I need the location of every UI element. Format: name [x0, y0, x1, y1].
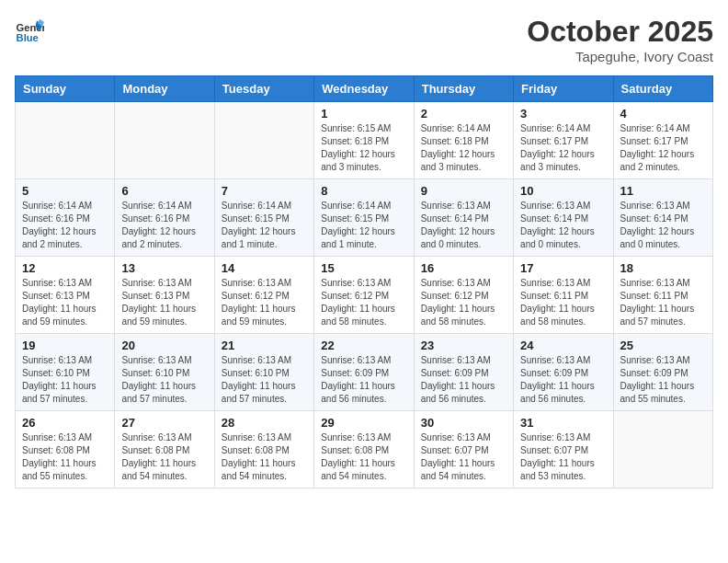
day-info: Sunrise: 6:14 AM Sunset: 6:15 PM Dayligh… — [222, 200, 307, 251]
day-info: Sunrise: 6:13 AM Sunset: 6:11 PM Dayligh… — [520, 277, 606, 328]
day-cell: 26Sunrise: 6:13 AM Sunset: 6:08 PM Dayli… — [16, 411, 115, 488]
day-number: 19 — [22, 339, 108, 352]
day-info: Sunrise: 6:13 AM Sunset: 6:12 PM Dayligh… — [222, 277, 307, 328]
day-number: 24 — [520, 339, 606, 352]
day-cell: 31Sunrise: 6:13 AM Sunset: 6:07 PM Dayli… — [514, 411, 613, 488]
month-year: October 2025 — [527, 15, 713, 49]
day-cell: 2Sunrise: 6:14 AM Sunset: 6:18 PM Daylig… — [414, 102, 513, 179]
day-info: Sunrise: 6:14 AM Sunset: 6:17 PM Dayligh… — [520, 122, 606, 174]
day-number: 27 — [121, 416, 207, 430]
week-row-5: 26Sunrise: 6:13 AM Sunset: 6:08 PM Dayli… — [16, 411, 713, 488]
day-info: Sunrise: 6:13 AM Sunset: 6:13 PM Dayligh… — [22, 277, 108, 328]
day-cell: 3Sunrise: 6:14 AM Sunset: 6:17 PM Daylig… — [514, 102, 613, 179]
logo-icon: General Blue — [15, 15, 44, 44]
day-number: 5 — [22, 184, 108, 198]
day-number: 21 — [222, 339, 307, 352]
day-cell: 13Sunrise: 6:13 AM Sunset: 6:13 PM Dayli… — [115, 257, 214, 334]
day-number: 9 — [421, 184, 506, 198]
day-info: Sunrise: 6:13 AM Sunset: 6:08 PM Dayligh… — [121, 431, 207, 483]
day-cell: 22Sunrise: 6:13 AM Sunset: 6:09 PM Dayli… — [314, 334, 414, 411]
day-cell: 10Sunrise: 6:13 AM Sunset: 6:14 PM Dayli… — [514, 179, 613, 257]
day-info: Sunrise: 6:13 AM Sunset: 6:10 PM Dayligh… — [22, 354, 108, 406]
day-number: 3 — [520, 107, 606, 121]
day-info: Sunrise: 6:13 AM Sunset: 6:08 PM Dayligh… — [222, 431, 307, 483]
day-number: 31 — [520, 416, 606, 430]
day-cell: 1Sunrise: 6:15 AM Sunset: 6:18 PM Daylig… — [314, 102, 414, 179]
week-row-1: 1Sunrise: 6:15 AM Sunset: 6:18 PM Daylig… — [16, 102, 713, 179]
day-number: 15 — [321, 261, 406, 275]
day-info: Sunrise: 6:14 AM Sunset: 6:15 PM Dayligh… — [321, 200, 406, 251]
day-cell: 9Sunrise: 6:13 AM Sunset: 6:14 PM Daylig… — [414, 179, 513, 257]
day-info: Sunrise: 6:14 AM Sunset: 6:17 PM Dayligh… — [620, 122, 706, 174]
day-cell: 14Sunrise: 6:13 AM Sunset: 6:12 PM Dayli… — [214, 257, 313, 334]
day-number: 14 — [222, 261, 307, 275]
week-row-2: 5Sunrise: 6:14 AM Sunset: 6:16 PM Daylig… — [16, 179, 713, 257]
day-info: Sunrise: 6:13 AM Sunset: 6:09 PM Dayligh… — [520, 354, 606, 406]
day-number: 25 — [620, 339, 706, 352]
day-number: 30 — [421, 416, 506, 430]
day-cell: 4Sunrise: 6:14 AM Sunset: 6:17 PM Daylig… — [613, 102, 712, 179]
day-info: Sunrise: 6:15 AM Sunset: 6:18 PM Dayligh… — [321, 122, 406, 174]
day-info: Sunrise: 6:13 AM Sunset: 6:09 PM Dayligh… — [620, 354, 706, 406]
day-info: Sunrise: 6:13 AM Sunset: 6:10 PM Dayligh… — [222, 354, 307, 406]
day-cell: 28Sunrise: 6:13 AM Sunset: 6:08 PM Dayli… — [214, 411, 313, 488]
day-cell: 23Sunrise: 6:13 AM Sunset: 6:09 PM Dayli… — [414, 334, 513, 411]
day-info: Sunrise: 6:13 AM Sunset: 6:12 PM Dayligh… — [421, 277, 506, 328]
day-info: Sunrise: 6:14 AM Sunset: 6:16 PM Dayligh… — [22, 200, 108, 251]
day-info: Sunrise: 6:13 AM Sunset: 6:07 PM Dayligh… — [421, 431, 506, 483]
day-cell: 27Sunrise: 6:13 AM Sunset: 6:08 PM Dayli… — [115, 411, 214, 488]
day-cell: 16Sunrise: 6:13 AM Sunset: 6:12 PM Dayli… — [414, 257, 513, 334]
day-number: 12 — [22, 261, 108, 275]
day-cell: 25Sunrise: 6:13 AM Sunset: 6:09 PM Dayli… — [613, 334, 712, 411]
day-cell — [115, 102, 214, 179]
day-number: 22 — [321, 339, 406, 352]
weekday-wednesday: Wednesday — [314, 76, 414, 102]
weekday-thursday: Thursday — [414, 76, 513, 102]
day-number: 8 — [321, 184, 406, 198]
page-header: General Blue October 2025 Tapeguhe, Ivor… — [15, 15, 713, 64]
day-info: Sunrise: 6:13 AM Sunset: 6:14 PM Dayligh… — [620, 200, 706, 251]
weekday-tuesday: Tuesday — [214, 76, 313, 102]
day-number: 29 — [321, 416, 406, 430]
day-info: Sunrise: 6:14 AM Sunset: 6:16 PM Dayligh… — [121, 200, 207, 251]
day-cell: 12Sunrise: 6:13 AM Sunset: 6:13 PM Dayli… — [16, 257, 115, 334]
weekday-header-row: SundayMondayTuesdayWednesdayThursdayFrid… — [16, 76, 713, 102]
day-number: 26 — [22, 416, 108, 430]
day-number: 7 — [222, 184, 307, 198]
day-info: Sunrise: 6:13 AM Sunset: 6:13 PM Dayligh… — [121, 277, 207, 328]
location: Tapeguhe, Ivory Coast — [527, 49, 713, 64]
day-cell — [613, 411, 712, 488]
day-cell: 29Sunrise: 6:13 AM Sunset: 6:08 PM Dayli… — [314, 411, 414, 488]
day-number: 18 — [620, 261, 706, 275]
day-cell: 24Sunrise: 6:13 AM Sunset: 6:09 PM Dayli… — [514, 334, 613, 411]
week-row-4: 19Sunrise: 6:13 AM Sunset: 6:10 PM Dayli… — [16, 334, 713, 411]
day-info: Sunrise: 6:13 AM Sunset: 6:14 PM Dayligh… — [421, 200, 506, 251]
logo: General Blue — [15, 15, 48, 44]
title-block: October 2025 Tapeguhe, Ivory Coast — [527, 15, 713, 64]
day-cell: 30Sunrise: 6:13 AM Sunset: 6:07 PM Dayli… — [414, 411, 513, 488]
day-number: 4 — [620, 107, 706, 121]
calendar-table: SundayMondayTuesdayWednesdayThursdayFrid… — [15, 75, 713, 488]
day-cell: 11Sunrise: 6:13 AM Sunset: 6:14 PM Dayli… — [613, 179, 712, 257]
day-info: Sunrise: 6:13 AM Sunset: 6:08 PM Dayligh… — [22, 431, 108, 483]
day-info: Sunrise: 6:14 AM Sunset: 6:18 PM Dayligh… — [421, 122, 506, 174]
day-cell — [214, 102, 313, 179]
day-info: Sunrise: 6:13 AM Sunset: 6:07 PM Dayligh… — [520, 431, 606, 483]
day-cell: 20Sunrise: 6:13 AM Sunset: 6:10 PM Dayli… — [115, 334, 214, 411]
day-info: Sunrise: 6:13 AM Sunset: 6:14 PM Dayligh… — [520, 200, 606, 251]
day-cell: 7Sunrise: 6:14 AM Sunset: 6:15 PM Daylig… — [214, 179, 313, 257]
day-number: 2 — [421, 107, 506, 121]
day-cell: 19Sunrise: 6:13 AM Sunset: 6:10 PM Dayli… — [16, 334, 115, 411]
day-cell: 15Sunrise: 6:13 AM Sunset: 6:12 PM Dayli… — [314, 257, 414, 334]
svg-text:Blue: Blue — [17, 32, 39, 43]
day-info: Sunrise: 6:13 AM Sunset: 6:11 PM Dayligh… — [620, 277, 706, 328]
day-info: Sunrise: 6:13 AM Sunset: 6:09 PM Dayligh… — [421, 354, 506, 406]
day-number: 11 — [620, 184, 706, 198]
weekday-friday: Friday — [514, 76, 613, 102]
day-number: 23 — [421, 339, 506, 352]
day-number: 16 — [421, 261, 506, 275]
day-number: 28 — [222, 416, 307, 430]
weekday-sunday: Sunday — [16, 76, 115, 102]
day-cell: 21Sunrise: 6:13 AM Sunset: 6:10 PM Dayli… — [214, 334, 313, 411]
day-cell: 5Sunrise: 6:14 AM Sunset: 6:16 PM Daylig… — [16, 179, 115, 257]
